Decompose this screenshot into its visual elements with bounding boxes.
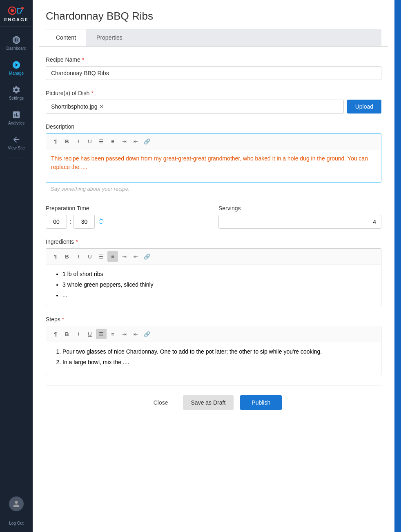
rte-steps-para-btn[interactable]: ¶ (50, 329, 61, 339)
tabs-bar: Content Properties (46, 29, 381, 46)
sidebar-item-manage[interactable]: Manage (0, 56, 33, 80)
settings-icon (12, 85, 21, 94)
list-item: 3 whole green peppers, sliced thinly (62, 280, 376, 290)
manage-icon (12, 60, 21, 69)
ingredients-body[interactable]: 1 lb of short ribs3 whole green peppers,… (46, 265, 381, 306)
upload-button[interactable]: Upload (347, 100, 381, 114)
save-draft-button[interactable]: Save as Draft (183, 395, 234, 410)
rte-ing-outdent-btn[interactable]: ⇤ (130, 251, 141, 262)
servings-field: Servings (218, 205, 381, 229)
file-input-display: Shortribsphoto.jpg ✕ (46, 100, 344, 114)
rte-link-btn[interactable]: 🔗 (142, 136, 152, 147)
form-footer: Close Save as Draft Publish (46, 385, 381, 423)
avatar[interactable] (9, 496, 24, 511)
description-editor[interactable]: ¶ B I U ☰ ≡ ⇥ ⇤ 🔗 This recipe has been p… (46, 133, 381, 183)
prep-time-field: Preparation Time : ⏱ (46, 205, 209, 229)
recipe-name-field: Recipe Name * (46, 56, 381, 80)
rte-steps-bold-btn[interactable]: B (62, 329, 72, 339)
steps-label: Steps * (46, 316, 381, 323)
list-item: 1 lb of short ribs (62, 269, 376, 279)
rte-ul-btn[interactable]: ☰ (96, 136, 107, 147)
ingredients-editor[interactable]: ¶ B I U ☰ ≡ ⇥ ⇤ 🔗 1 lb of short ribs3 wh… (46, 248, 381, 306)
description-text: This recipe has been passed down from my… (51, 155, 368, 170)
file-tag: Shortribsphoto.jpg ✕ (51, 103, 104, 110)
rte-ing-indent-btn[interactable]: ⇥ (119, 251, 129, 262)
right-panel-accent (394, 0, 401, 532)
required-star-name: * (82, 56, 84, 63)
rte-steps-underline-btn[interactable]: U (85, 329, 95, 339)
ingredients-field: Ingredients * ¶ B I U ☰ ≡ ⇥ ⇤ 🔗 1 lb of … (46, 238, 381, 306)
required-star-pictures: * (91, 90, 93, 96)
ingredients-toolbar: ¶ B I U ☰ ≡ ⇥ ⇤ 🔗 (46, 249, 381, 265)
viewsite-icon (12, 135, 21, 144)
rte-ol-btn[interactable]: ≡ (107, 136, 118, 147)
file-name: Shortribsphoto.jpg (51, 103, 98, 110)
time-minutes-input[interactable] (74, 215, 95, 229)
logout-link[interactable]: Log Out (9, 521, 24, 525)
rte-ing-link-btn[interactable]: 🔗 (142, 251, 152, 262)
sidebar-item-label-settings: Settings (9, 96, 24, 100)
rte-outdent-btn[interactable]: ⇤ (130, 136, 141, 147)
sidebar-nav: Dashboard Manage Settings Analytics (0, 27, 33, 496)
sidebar-item-analytics[interactable]: Analytics (0, 105, 33, 130)
time-hours-input[interactable] (46, 215, 67, 229)
ingredients-list: 1 lb of short ribs3 whole green peppers,… (56, 269, 376, 300)
tab-content[interactable]: Content (46, 29, 86, 46)
prep-time-label: Preparation Time (46, 205, 209, 211)
svg-point-1 (11, 9, 14, 12)
time-servings-row: Preparation Time : ⏱ Servings (46, 205, 381, 229)
evoq-logo-icon (8, 5, 25, 16)
sidebar-item-label-viewsite: View Site (8, 146, 25, 150)
analytics-icon (12, 110, 21, 119)
steps-editor[interactable]: ¶ B I U ☰ ≡ ⇥ ⇤ 🔗 Pour two glasses of ni… (46, 326, 381, 375)
required-star-steps: * (62, 316, 64, 323)
rte-ing-para-btn[interactable]: ¶ (50, 251, 61, 262)
rte-underline-btn[interactable]: U (85, 136, 95, 147)
sidebar-item-label-manage: Manage (9, 71, 24, 76)
rte-indent-btn[interactable]: ⇥ (119, 136, 129, 147)
logo-text: ENGAGE (4, 17, 29, 22)
list-item: ... (62, 291, 376, 301)
rte-steps-outdent-btn[interactable]: ⇤ (130, 329, 141, 339)
description-field: Description ¶ B I U ☰ ≡ ⇥ ⇤ 🔗 This recip… (46, 123, 381, 195)
rte-steps-indent-btn[interactable]: ⇥ (119, 329, 129, 339)
rte-steps-ol-btn[interactable]: ≡ (107, 329, 118, 339)
page-header: Chardonnay BBQ Ribs (33, 0, 394, 29)
rte-italic-btn[interactable]: I (73, 136, 84, 147)
tab-properties[interactable]: Properties (86, 29, 133, 46)
rte-ing-ul-btn[interactable]: ☰ (96, 251, 107, 262)
recipe-name-label: Recipe Name * (46, 56, 381, 63)
pictures-label: Picture(s) of Dish * (46, 90, 381, 96)
description-body[interactable]: This recipe has been passed down from my… (46, 149, 381, 182)
sidebar-bottom: Log Out (9, 496, 24, 532)
pictures-field: Picture(s) of Dish * Shortribsphoto.jpg … (46, 90, 381, 114)
sidebar-item-settings[interactable]: Settings (0, 80, 33, 105)
rte-steps-italic-btn[interactable]: I (73, 329, 84, 339)
time-separator: : (69, 218, 72, 225)
sidebar-item-label-analytics: Analytics (8, 121, 25, 125)
sidebar-item-viewsite[interactable]: View Site (0, 130, 33, 155)
rte-steps-ul-btn[interactable]: ☰ (96, 329, 107, 339)
rte-ing-bold-btn[interactable]: B (62, 251, 72, 262)
file-remove-btn[interactable]: ✕ (99, 104, 104, 109)
rte-ing-italic-btn[interactable]: I (73, 251, 84, 262)
time-input-row: : ⏱ (46, 215, 209, 229)
rte-ing-ol-btn[interactable]: ≡ (107, 251, 118, 262)
rte-ing-underline-btn[interactable]: U (85, 251, 95, 262)
publish-button[interactable]: Publish (240, 395, 282, 410)
rte-paragraph-btn[interactable]: ¶ (50, 136, 61, 147)
rte-bold-btn[interactable]: B (62, 136, 72, 147)
steps-field: Steps * ¶ B I U ☰ ≡ ⇥ ⇤ 🔗 Pour two glass… (46, 316, 381, 375)
rte-steps-link-btn[interactable]: 🔗 (142, 329, 152, 339)
file-upload-row: Shortribsphoto.jpg ✕ Upload (46, 100, 381, 114)
recipe-name-input[interactable] (46, 66, 381, 80)
list-item: Pour two glasses of nice Chardonnay. One… (62, 347, 376, 357)
tab-content-area: Recipe Name * Picture(s) of Dish * Short… (33, 47, 394, 532)
close-button[interactable]: Close (145, 395, 176, 410)
steps-body[interactable]: Pour two glasses of nice Chardonnay. One… (46, 342, 381, 375)
servings-input[interactable] (218, 215, 381, 229)
sidebar-item-label-dashboard: Dashboard (7, 46, 27, 51)
main-content: Chardonnay BBQ Ribs Content Properties R… (33, 0, 394, 532)
description-label: Description (46, 123, 381, 130)
sidebar-item-dashboard[interactable]: Dashboard (0, 31, 33, 56)
